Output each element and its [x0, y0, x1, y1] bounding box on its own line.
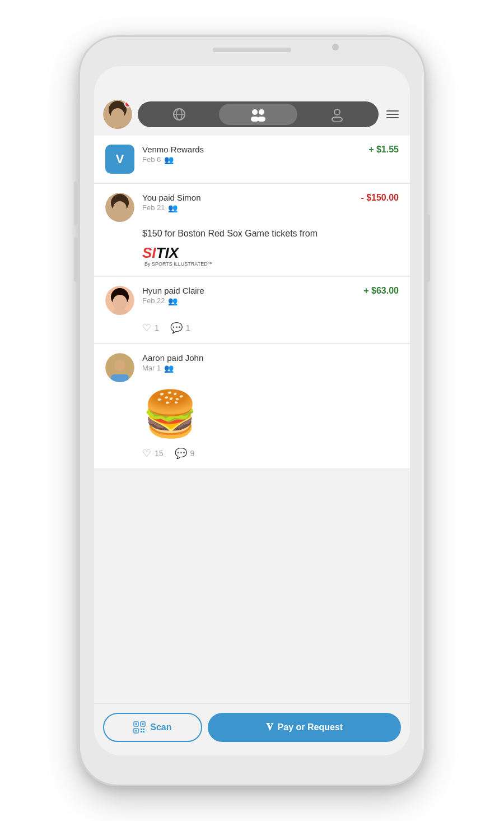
svg-rect-30 — [136, 730, 137, 731]
svg-rect-20 — [113, 309, 127, 315]
phone-screen: V Venmo Rewards Feb 6 👥 + $1.55 — [94, 66, 410, 755]
public-icon: 👥 — [168, 296, 178, 305]
sitix-si: SI — [142, 244, 156, 262]
feed-amount: + $1.55 — [368, 145, 399, 155]
svg-point-19 — [113, 295, 127, 310]
qr-icon — [133, 721, 146, 734]
venmo-rewards-avatar: V — [105, 145, 134, 174]
comment-count: 1 — [186, 323, 190, 332]
svg-rect-26 — [136, 723, 137, 725]
bottom-bar: Scan 𝐕 Pay or Request — [94, 703, 410, 755]
public-icon: 👥 — [164, 364, 174, 373]
svg-rect-10 — [258, 117, 265, 122]
svg-rect-32 — [143, 729, 144, 730]
feed-date: Mar 1 — [142, 364, 161, 372]
phone-camera — [332, 44, 339, 50]
svg-rect-16 — [113, 215, 127, 222]
svg-point-7 — [252, 109, 258, 115]
feed-sender-name: Venmo Rewards — [142, 145, 361, 154]
feed-interactions: ♡ 15 💬 9 — [142, 447, 399, 460]
like-button[interactable]: ♡ 15 — [142, 447, 164, 460]
feed-info: Aaron paid John Mar 1 👥 — [142, 353, 399, 373]
notification-dot — [124, 101, 131, 108]
public-icon: 👥 — [168, 203, 178, 212]
nav-tabs — [138, 101, 379, 127]
svg-point-11 — [334, 109, 340, 115]
activity-feed: V Venmo Rewards Feb 6 👥 + $1.55 — [94, 136, 410, 703]
feed-sender-name: Hyun paid Claire — [142, 286, 356, 295]
feed-item-hyun-claire: Hyun paid Claire Feb 22 👥 + $63.00 ♡ 1 — [94, 277, 410, 344]
feed-date-row: Feb 22 👥 — [142, 296, 356, 305]
feed-sender-name: Aaron paid John — [142, 353, 399, 363]
phone-frame: V Venmo Rewards Feb 6 👥 + $1.55 — [78, 35, 426, 786]
comment-icon: 💬 — [175, 447, 187, 460]
hamburger-line-1 — [386, 110, 399, 112]
svg-point-23 — [114, 360, 125, 371]
hyun-avatar — [105, 286, 134, 315]
phone-wrapper: V Venmo Rewards Feb 6 👥 + $1.55 — [78, 35, 426, 786]
feed-info: Hyun paid Claire Feb 22 👥 — [142, 286, 356, 305]
feed-info: You paid Simon Feb 21 👥 — [142, 193, 353, 212]
svg-rect-33 — [141, 731, 142, 732]
feed-sender-name: You paid Simon — [142, 193, 353, 202]
aaron-avatar — [105, 353, 134, 382]
tab-profile[interactable] — [297, 104, 376, 125]
feed-item-simon: You paid Simon Feb 21 👥 - $150.00 $150 f… — [94, 184, 410, 276]
like-count: 15 — [155, 449, 164, 458]
feed-note: $150 for Boston Red Sox Game tickets fro… — [142, 228, 399, 240]
heart-icon: ♡ — [142, 447, 151, 460]
simon-avatar — [105, 193, 134, 222]
venmo-v-icon: 𝐕 — [266, 721, 273, 733]
svg-rect-8 — [251, 117, 259, 122]
feed-date-row: Mar 1 👥 — [142, 364, 399, 373]
pay-label: Pay or Request — [278, 722, 343, 732]
svg-rect-31 — [141, 729, 142, 730]
sitix-tix: TIX — [156, 244, 179, 262]
comment-icon: 💬 — [170, 322, 183, 334]
svg-point-15 — [113, 201, 127, 216]
feed-amount: + $63.00 — [363, 286, 399, 296]
feed-item-header: Aaron paid John Mar 1 👥 — [105, 353, 399, 382]
hamburger-line-3 — [386, 117, 399, 118]
svg-point-9 — [259, 109, 264, 115]
feed-item-header: V Venmo Rewards Feb 6 👥 + $1.55 — [105, 145, 399, 174]
venmo-letter: V — [116, 152, 124, 166]
feed-item-venmo-rewards: V Venmo Rewards Feb 6 👥 + $1.55 — [94, 136, 410, 183]
sitix-logo: SI TIX By SPORTS ILLUSTRATED™ — [142, 244, 213, 267]
tab-friends[interactable] — [219, 104, 298, 125]
comment-count: 9 — [190, 449, 195, 458]
svg-rect-28 — [142, 723, 144, 725]
feed-interactions: ♡ 1 💬 1 — [142, 322, 399, 334]
scan-label: Scan — [150, 722, 171, 732]
public-icon: 👥 — [164, 155, 174, 164]
pay-request-button[interactable]: 𝐕 Pay or Request — [208, 713, 401, 742]
feed-amount: - $150.00 — [361, 193, 399, 203]
menu-button[interactable] — [384, 108, 401, 120]
burger-emoji: 🍔 — [142, 388, 399, 440]
like-count: 1 — [155, 323, 159, 332]
comment-button[interactable]: 💬 9 — [175, 447, 195, 460]
feed-item-header: Hyun paid Claire Feb 22 👥 + $63.00 — [105, 286, 399, 315]
svg-rect-34 — [143, 731, 144, 732]
feed-date: Feb 22 — [142, 296, 165, 305]
svg-rect-3 — [111, 122, 124, 129]
phone-notch — [213, 48, 291, 52]
profile-avatar[interactable] — [103, 100, 132, 129]
app-header — [94, 66, 410, 136]
feed-date: Feb 6 — [142, 155, 161, 164]
scan-button[interactable]: Scan — [103, 713, 202, 742]
feed-date: Feb 21 — [142, 203, 165, 212]
tab-feed[interactable] — [140, 104, 219, 125]
sitix-subtitle: By SPORTS ILLUSTRATED™ — [144, 262, 213, 267]
like-button[interactable]: ♡ 1 — [142, 322, 159, 334]
svg-rect-24 — [111, 374, 129, 382]
svg-rect-12 — [332, 117, 342, 122]
comment-button[interactable]: 💬 1 — [170, 322, 190, 334]
svg-point-2 — [111, 108, 124, 123]
feed-info: Venmo Rewards Feb 6 👥 — [142, 145, 361, 164]
feed-item-header: You paid Simon Feb 21 👥 - $150.00 — [105, 193, 399, 222]
feed-item-aaron-john: Aaron paid John Mar 1 👥 🍔 ♡ 15 — [94, 344, 410, 469]
hamburger-line-2 — [386, 114, 399, 115]
feed-date-row: Feb 21 👥 — [142, 203, 353, 212]
feed-date-row: Feb 6 👥 — [142, 155, 361, 164]
